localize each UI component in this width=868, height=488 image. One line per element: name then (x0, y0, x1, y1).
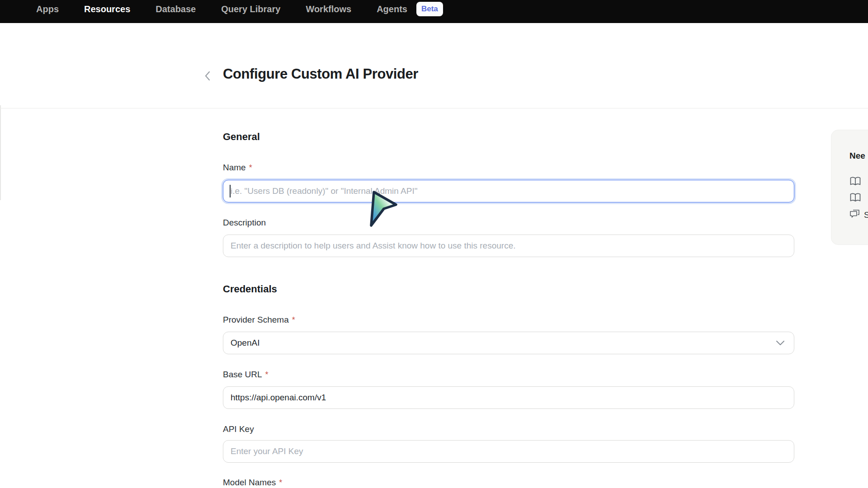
tab-agents-group: Agents Beta (377, 4, 443, 16)
page-title: Configure Custom AI Provider (223, 66, 418, 82)
name-input[interactable] (223, 180, 794, 202)
tab-query-library[interactable]: Query Library (221, 4, 280, 14)
required-asterisk: * (265, 369, 269, 380)
description-label: Description (223, 217, 266, 228)
base-url-input[interactable] (223, 386, 794, 409)
chevron-down-icon (776, 338, 785, 348)
back-button[interactable] (204, 70, 213, 82)
base-url-label: Base URL * (223, 369, 269, 380)
required-asterisk: * (292, 314, 295, 325)
top-nav: Apps Resources Database Query Library Wo… (0, 0, 868, 23)
tab-apps[interactable]: Apps (36, 4, 59, 14)
tab-database[interactable]: Database (156, 4, 196, 14)
book-icon (849, 176, 861, 188)
name-label: Name * (223, 162, 252, 173)
tab-resources[interactable]: Resources (84, 4, 130, 14)
screen: Apps Resources Database Query Library Wo… (0, 0, 868, 488)
help-link-docs-1[interactable] (849, 176, 865, 188)
help-panel-title: Nee (849, 151, 865, 161)
book-icon (849, 192, 861, 204)
description-input[interactable] (223, 235, 794, 257)
tab-workflows[interactable]: Workflows (306, 4, 351, 14)
chevron-left-icon (204, 75, 211, 83)
api-key-input[interactable] (223, 440, 794, 463)
help-link-docs-2[interactable] (849, 192, 865, 204)
provider-schema-label: Provider Schema * (223, 314, 295, 325)
help-panel: Nee (831, 130, 868, 245)
help-link-support[interactable]: S (849, 209, 868, 221)
section-heading-credentials: Credentials (223, 283, 277, 295)
provider-schema-value: OpenAI (231, 338, 259, 348)
left-panel-edge (0, 105, 1, 200)
api-key-label: API Key (223, 424, 254, 435)
text-caret (230, 185, 231, 197)
tab-agents[interactable]: Agents (377, 4, 407, 14)
chat-icon (849, 209, 860, 221)
required-asterisk: * (249, 162, 252, 173)
beta-badge: Beta (416, 2, 443, 16)
section-heading-general: General (223, 131, 260, 143)
provider-schema-select[interactable]: OpenAI (223, 332, 794, 354)
header-divider (0, 108, 868, 108)
model-names-label: Model Names * (223, 477, 282, 488)
required-asterisk: * (279, 477, 282, 488)
